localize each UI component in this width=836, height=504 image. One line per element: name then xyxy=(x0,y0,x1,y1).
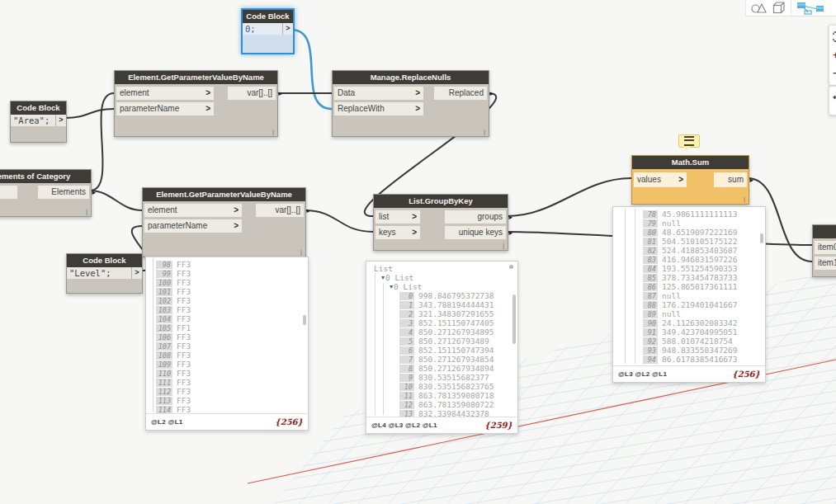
scrollbar-thumb[interactable] xyxy=(303,315,306,325)
scrollbar-thumb[interactable] xyxy=(760,233,763,243)
geometry-preview-icon[interactable] xyxy=(751,2,769,14)
row-index: 109 xyxy=(156,360,172,369)
preview-row: 12 863.781359080722 xyxy=(399,400,517,409)
tree-row[interactable]: ▾ 0 List xyxy=(381,273,517,282)
input-port-item0[interactable]: item0 xyxy=(815,241,836,254)
lacing-indicator[interactable]: | xyxy=(484,128,485,135)
row-value: 830.535156823765 xyxy=(418,382,494,391)
zoom-in-button[interactable]: + xyxy=(829,46,836,63)
row-value: FF3 xyxy=(177,387,191,396)
input-port-element[interactable]: element> xyxy=(116,87,214,100)
output-port[interactable]: > xyxy=(283,23,293,35)
lacing-levels-label[interactable]: @L3 @L2 @L1 xyxy=(618,370,667,378)
input-port-replacewith[interactable]: ReplaceWith> xyxy=(334,102,423,115)
node-elements-of-category[interactable]: Elements of Category egory Elements▸ | xyxy=(0,169,92,217)
row-value: 852.151150747405 xyxy=(418,318,494,327)
input-port-list[interactable]: list> xyxy=(375,210,420,224)
preview-row: 94 86.6178385416673 xyxy=(643,355,765,364)
preview-row: 91 349.423704995051 xyxy=(643,327,765,337)
node-get-parameter-2[interactable]: Element.GetParameterValueByName element>… xyxy=(142,187,306,257)
preview-panel-levels[interactable]: 98 FF3 99 FF3 100 FF3 101 xyxy=(145,257,309,431)
lacing-levels-label[interactable]: @L4 @L3 @L2 @L1 xyxy=(371,422,437,429)
port-chevron-icon: > xyxy=(205,87,210,100)
node-title[interactable]: Code Block xyxy=(11,101,66,115)
wire-area-to-parametername1[interactable] xyxy=(65,109,114,118)
output-port-replaced[interactable]: Replaced▸ xyxy=(434,87,487,100)
row-index: 80 xyxy=(643,228,658,237)
pan-button[interactable] xyxy=(829,89,836,106)
fit-to-screen-button[interactable] xyxy=(829,28,836,45)
preview-panel-groups[interactable]: List ▾ 0 List ▾ 0 List 0 xyxy=(366,261,518,434)
preview-row: 1 343.788194444431 xyxy=(399,300,517,309)
lacing-indicator[interactable]: | xyxy=(503,242,504,249)
output-port[interactable]: > xyxy=(56,115,66,126)
output-port-elements[interactable]: Elements▸ xyxy=(38,186,89,199)
preview-row: 83 416.946831597226 xyxy=(643,255,765,264)
tree-row[interactable]: List xyxy=(373,264,517,273)
node-title[interactable]: Code Block xyxy=(67,254,142,267)
lacing-levels-label[interactable]: @L2 @L1 xyxy=(151,418,183,426)
tree-row[interactable]: ▾ 0 List xyxy=(390,282,517,291)
code-block-expression[interactable]: 0; xyxy=(243,23,283,35)
preview-panel-sums[interactable]: 78 45.9861111111113 79 null 80 48.651909… xyxy=(612,206,766,383)
output-port-unique-keys[interactable]: unique keys▸ xyxy=(445,226,506,239)
node-math-sum[interactable]: Math.Sum values> sum▸ | xyxy=(631,155,749,205)
output-port-sum[interactable]: sum▸ xyxy=(714,172,747,187)
input-port-parametername[interactable]: parameterName> xyxy=(144,219,242,233)
row-value: FF3 xyxy=(177,405,191,413)
node-get-parameter-1[interactable]: Element.GetParameterValueByName element>… xyxy=(114,70,278,137)
code-block-expression[interactable]: "Level"; xyxy=(67,267,132,279)
node-group-by-key[interactable]: List.GroupByKey list> keys> groups▸ uniq… xyxy=(373,194,508,251)
input-port-category[interactable]: egory xyxy=(0,186,17,199)
node-list-create[interactable]: Lis item0 item1 xyxy=(812,224,836,277)
row-index: 87 xyxy=(643,292,658,300)
warning-bubble-icon[interactable] xyxy=(678,134,700,148)
lacing-indicator[interactable]: | xyxy=(300,248,302,256)
graph-view-icon[interactable] xyxy=(796,2,824,15)
row-index: 90 xyxy=(643,319,658,327)
wire-codeblock0-to-replacewith[interactable] xyxy=(291,30,332,109)
node-title[interactable]: Code Block xyxy=(243,10,293,23)
input-port-values[interactable]: values> xyxy=(634,172,687,187)
output-port-var[interactable]: var[]..[]▸ xyxy=(228,87,276,100)
row-value: 24.1126302083342 xyxy=(662,318,738,327)
cube-icon[interactable] xyxy=(772,2,786,14)
node-code-block-zero[interactable]: Code Block 0; > xyxy=(241,8,295,54)
preview-row: 3 852.151150747405 xyxy=(399,318,517,327)
node-code-block-level[interactable]: Code Block "Level"; > xyxy=(66,253,143,294)
node-code-block-area[interactable]: Code Block "Area"; > xyxy=(10,101,67,143)
pin-icon[interactable] xyxy=(509,265,513,269)
code-block-expression[interactable]: "Area"; xyxy=(11,115,56,126)
lacing-indicator[interactable]: | xyxy=(86,208,87,215)
node-replace-nulls[interactable]: Manage.ReplaceNulls Data> ReplaceWith> R… xyxy=(332,70,489,137)
output-port-groups[interactable]: groups▸ xyxy=(445,210,506,224)
input-port-element[interactable]: element> xyxy=(144,204,242,217)
input-port-parametername[interactable]: parameterName> xyxy=(116,102,214,115)
wire-elements-to-element1[interactable] xyxy=(90,93,114,191)
wire-getparam2-to-keys[interactable] xyxy=(305,210,373,232)
zoom-out-button[interactable]: − xyxy=(829,64,836,81)
view-toolbar xyxy=(745,0,836,16)
row-index: 91 xyxy=(643,328,658,337)
row-value: 998.846795372738 xyxy=(418,291,494,300)
row-index: 88 xyxy=(643,301,658,309)
wire-elements-to-element2[interactable] xyxy=(90,191,142,210)
expand-arrow-icon[interactable]: ▾ xyxy=(381,273,385,282)
row-index: 110 xyxy=(156,370,172,378)
lacing-indicator[interactable]: | xyxy=(272,128,274,135)
dynamo-canvas[interactable]: Code Block 0; > Element.GetParameterValu… xyxy=(0,0,836,504)
input-port-data[interactable]: Data> xyxy=(334,87,423,100)
output-port-var[interactable]: var[]..[]▸ xyxy=(256,204,304,217)
scrollbar-thumb[interactable] xyxy=(512,294,516,344)
output-port[interactable]: > xyxy=(132,267,142,279)
input-port-keys[interactable]: keys> xyxy=(375,226,420,239)
expand-arrow-icon[interactable]: ▾ xyxy=(390,282,393,291)
input-port-item1[interactable]: item1 xyxy=(815,257,836,270)
preview-row: 100 FF3 xyxy=(156,278,308,287)
row-index: 93 xyxy=(643,346,658,355)
item-count-badge: {256} xyxy=(732,370,760,379)
row-index: 79 xyxy=(643,219,658,228)
preview-row: 81 504.510105175122 xyxy=(643,237,765,246)
lacing-indicator[interactable]: | xyxy=(744,195,745,203)
row-value: null xyxy=(662,291,681,300)
